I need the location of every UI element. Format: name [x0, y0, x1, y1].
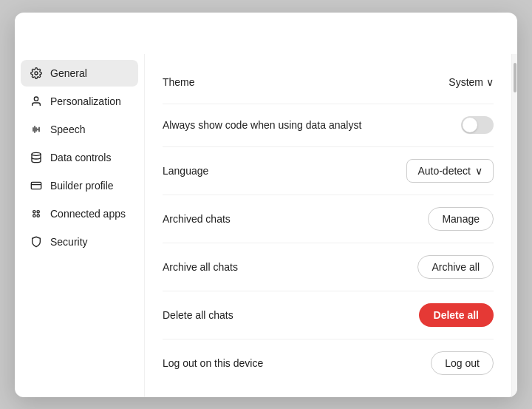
- close-button[interactable]: [479, 26, 499, 47]
- svg-point-13: [37, 210, 39, 212]
- person-icon: [30, 95, 43, 108]
- sidebar-label-personalization: Personalization: [50, 95, 121, 107]
- language-dropdown[interactable]: Auto-detect ∨: [406, 159, 494, 183]
- setting-row-language: LanguageAuto-detect ∨: [163, 147, 494, 195]
- setting-label-theme: Theme: [163, 76, 195, 88]
- setting-row-theme: ThemeSystem ∨: [163, 61, 494, 104]
- setting-label-log-out-device: Log out on this device: [163, 357, 263, 369]
- logout-button[interactable]: Log out: [431, 351, 494, 375]
- scrollbar[interactable]: [511, 54, 517, 397]
- modal-header: [15, 13, 517, 54]
- sidebar: GeneralPersonalizationSpeechData control…: [15, 54, 144, 397]
- svg-rect-10: [31, 182, 41, 189]
- delete-all-button[interactable]: Delete all: [419, 303, 494, 327]
- settings-modal: GeneralPersonalizationSpeechData control…: [15, 13, 517, 397]
- theme-value: System: [449, 76, 483, 88]
- sidebar-item-builder-profile[interactable]: Builder profile: [21, 172, 138, 199]
- sidebar-label-builder-profile: Builder profile: [50, 180, 114, 192]
- setting-label-archived-chats: Archived chats: [163, 213, 231, 225]
- setting-row-always-show-code: Always show code when using data analyst: [163, 104, 494, 147]
- setting-row-delete-all-chats: Delete all chatsDelete all: [163, 291, 494, 339]
- archive-all-button[interactable]: Archive all: [417, 255, 494, 279]
- manage-button[interactable]: Manage: [428, 207, 494, 231]
- svg-point-1: [34, 97, 38, 101]
- setting-label-language: Language: [163, 165, 208, 177]
- scrollbar-thumb: [514, 63, 516, 92]
- sidebar-item-security[interactable]: Security: [21, 229, 138, 255]
- gear-icon: [30, 67, 43, 80]
- toggle-knob: [463, 118, 477, 132]
- setting-row-archive-all-chats: Archive all chatsArchive all: [163, 243, 494, 291]
- svg-point-12: [33, 210, 35, 212]
- settings-content: ThemeSystem ∨Always show code when using…: [144, 54, 511, 397]
- apps-icon: [30, 207, 43, 220]
- svg-point-14: [33, 214, 35, 217]
- waveform-icon: [30, 123, 43, 136]
- sidebar-label-speech: Speech: [50, 124, 85, 135]
- setting-label-archive-all-chats: Archive all chats: [163, 261, 238, 273]
- sidebar-item-data-controls[interactable]: Data controls: [21, 144, 138, 171]
- svg-point-0: [35, 72, 38, 75]
- card-icon: [30, 179, 43, 192]
- sidebar-item-general[interactable]: General: [21, 60, 138, 87]
- shield-icon: [30, 235, 43, 249]
- theme-dropdown[interactable]: System ∨: [449, 76, 494, 88]
- sidebar-item-personalization[interactable]: Personalization: [21, 88, 138, 115]
- setting-row-archived-chats: Archived chatsManage: [163, 195, 494, 243]
- svg-point-15: [37, 214, 39, 217]
- database-icon: [30, 151, 43, 164]
- modal-body: GeneralPersonalizationSpeechData control…: [15, 54, 517, 397]
- sidebar-label-security: Security: [50, 236, 88, 248]
- sidebar-label-data-controls: Data controls: [50, 152, 111, 163]
- sidebar-label-connected-apps: Connected apps: [50, 208, 126, 220]
- chevron-down-icon: ∨: [475, 165, 482, 177]
- setting-label-delete-all-chats: Delete all chats: [163, 309, 233, 321]
- toggle-always-show-code[interactable]: [461, 116, 494, 134]
- language-value: Auto-detect: [417, 165, 471, 177]
- sidebar-item-speech[interactable]: Speech: [21, 116, 138, 143]
- chevron-down-icon: ∨: [486, 76, 494, 88]
- svg-point-9: [32, 152, 41, 155]
- setting-row-log-out-device: Log out on this deviceLog out: [163, 339, 494, 387]
- sidebar-item-connected-apps[interactable]: Connected apps: [21, 200, 138, 227]
- setting-label-always-show-code: Always show code when using data analyst: [163, 119, 361, 131]
- sidebar-label-general: General: [50, 67, 87, 79]
